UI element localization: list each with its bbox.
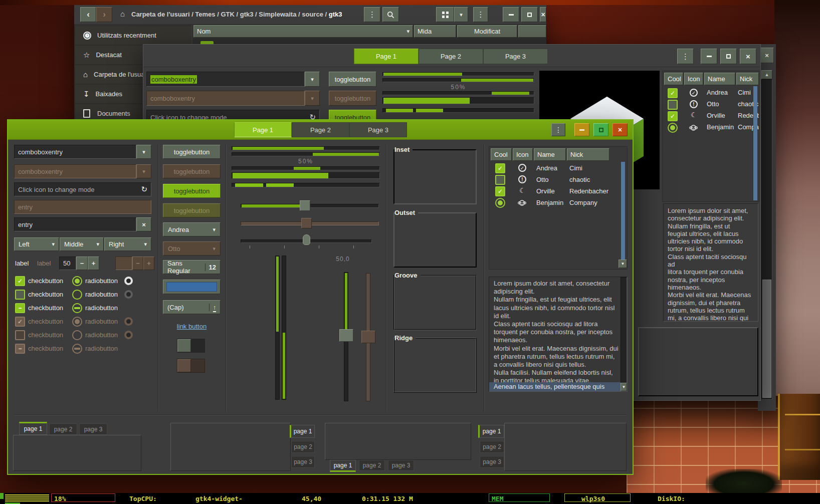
notebook4-tab-page2[interactable]: page 2 [480, 441, 504, 453]
gtk4-col-cool[interactable]: Cool [491, 148, 512, 161]
gtk4-link-button[interactable]: link button [163, 323, 221, 330]
radiobutton-selected[interactable] [72, 276, 82, 286]
gtk4-color-button[interactable] [163, 280, 221, 294]
gtk4-togglebutton-normal[interactable]: togglebutton [163, 145, 221, 159]
gtk4-entry[interactable]: entry [14, 217, 136, 231]
table-scrollbar[interactable] [621, 162, 625, 268]
gtk4-combo-middle[interactable]: Middle▾ [60, 237, 104, 251]
radiobutton-indeterminate[interactable] [72, 303, 82, 313]
minimize-button[interactable] [503, 7, 519, 22]
row-radio-selected[interactable] [668, 123, 678, 133]
gtk4-spin-minus[interactable]: − [76, 257, 88, 270]
row-radio-selected[interactable] [495, 198, 505, 208]
gtk4-menu-button[interactable]: ⋮ [551, 123, 565, 136]
forward-button[interactable]: › [96, 7, 112, 22]
gtk3-menu-button[interactable]: ⋮ [677, 49, 694, 64]
table-scroll-down-button[interactable]: ▼ [619, 260, 627, 268]
textview-scroll-down-button[interactable]: ▼ [621, 383, 627, 391]
gtk4-togglebutton-active[interactable]: togglebutton [163, 184, 221, 198]
gtk4-switch[interactable] [177, 339, 205, 353]
table-row[interactable]: ✓ ✓ Andrea Cimi [663, 88, 759, 99]
notebook3-tab-page2[interactable]: page 2 [359, 460, 385, 471]
gtk4-spin-value[interactable]: 50 [59, 257, 76, 270]
breadcrumb-path[interactable]: Carpeta de l'usuari / Temes / GTK / gtk3… [131, 11, 327, 18]
table-row[interactable]: ✓ ☾ Orville Redenbacher [663, 111, 759, 122]
gtk3-col-nick[interactable]: Nick [736, 73, 759, 85]
checkbutton-indeterminate[interactable]: − [15, 303, 25, 313]
gtk3-togglebutton-1[interactable]: togglebutton [329, 72, 376, 87]
gtk4-maximize-button[interactable] [593, 123, 608, 136]
gtk4-tab-page1[interactable]: Page 1 [234, 122, 292, 137]
table-row[interactable]: Benjamin Company [663, 122, 759, 133]
notebook1-tab-page2[interactable]: page 2 [49, 423, 77, 435]
sidebar-item-recent[interactable]: 🕑 Utilitzats recentment [75, 26, 191, 45]
gtk3-tab-page2[interactable]: Page 2 [419, 49, 483, 64]
sliver-close-button[interactable]: × [760, 48, 774, 63]
table-scrollbar[interactable] [753, 86, 757, 200]
scale-marks-handle[interactable] [303, 234, 310, 245]
gtk3-tab-page1[interactable]: Page 1 [354, 49, 419, 64]
gtk4-col-name[interactable]: Name [534, 148, 566, 161]
breadcrumb-current[interactable]: gtk3 [329, 11, 342, 18]
notebook4-tab-page1[interactable]: page 1 [478, 425, 504, 438]
row-checkbox-unchecked[interactable]: ✓ [668, 100, 678, 110]
column-header-name[interactable]: Nom ▾ [193, 25, 413, 38]
table-row[interactable]: Benjamin Company [489, 197, 628, 209]
row-checkbox-unchecked[interactable]: ✓ [495, 175, 505, 185]
sliver-scroll-up-button[interactable]: ▲ [761, 70, 772, 79]
column-header-size[interactable]: Mida [414, 25, 456, 38]
checkbutton-unchecked[interactable]: ✓ [15, 290, 25, 300]
row-checkbox-checked[interactable]: ✓ [495, 163, 505, 173]
breadcrumb[interactable]: Carpeta de l'usuari / Temes / GTK / gtk3… [131, 11, 342, 18]
gtk4-col-icon[interactable]: Icon [513, 148, 533, 161]
gtk4-combo-left[interactable]: Left▾ [14, 237, 59, 251]
gtk3-comboboxentry-arrow[interactable]: ▾ [305, 72, 320, 87]
notebook4-tab-page3[interactable]: page 3 [480, 456, 504, 468]
gtk4-tab-page3[interactable]: Page 3 [349, 122, 407, 137]
table-row[interactable]: ✓ ✓ Andrea Cimi [489, 163, 628, 174]
table-row[interactable]: ✓ ! Otto chaotic [663, 99, 759, 110]
gtk4-combo-right[interactable]: Right▾ [104, 237, 151, 251]
gtk4-textview[interactable]: Lorem ipsum dolor sit amet, consectetur … [489, 277, 628, 392]
gtk4-spin-plus[interactable]: + [88, 257, 99, 270]
view-grid-button[interactable] [436, 7, 454, 22]
gtk3-maximize-button[interactable] [720, 49, 737, 64]
gtk3-textview[interactable]: Lorem ipsum dolor sit amet, consectetur … [663, 203, 758, 322]
radio-indicator-off[interactable] [124, 290, 133, 299]
gtk4-name-combobox[interactable]: Andrea▾ [163, 222, 221, 236]
row-checkbox-checked[interactable]: ✓ [495, 186, 505, 196]
column-header-modified[interactable]: Modificat [457, 25, 517, 38]
more-menu-button[interactable]: ⋮ [473, 7, 488, 22]
gtk4-minimize-button[interactable] [574, 123, 589, 136]
gtk4-col-nick[interactable]: Nick [567, 148, 609, 161]
gtk3-tab-page3[interactable]: Page 3 [483, 49, 548, 64]
sliver-scrollbar-thumb[interactable] [762, 280, 771, 398]
vertical-scale-handle[interactable] [339, 329, 353, 342]
radio-indicator-on[interactable] [124, 277, 133, 285]
gtk3-close-button[interactable]: × [740, 49, 756, 64]
notebook3-tab-page3[interactable]: page 3 [388, 460, 414, 471]
gtk3-col-cool[interactable]: Cool [664, 73, 683, 85]
gtk4-file-chooser-button[interactable]: (Cap) ↑ [163, 300, 221, 314]
gtk3-col-name[interactable]: Name [704, 73, 735, 85]
gtk3-col-icon[interactable]: Icon [684, 73, 703, 85]
maximize-button[interactable] [521, 7, 538, 22]
gtk4-entry-clear-button[interactable]: × [136, 217, 151, 231]
row-checkbox-checked[interactable]: ✓ [668, 88, 678, 98]
radiobutton-unselected[interactable] [72, 290, 82, 300]
table-row[interactable]: ✓ ! Otto chaotic [489, 174, 628, 186]
notebook3-tab-page1[interactable]: page 1 [330, 460, 356, 472]
back-button[interactable]: ‹ [80, 7, 96, 22]
notebook1-tab-page3[interactable]: page 3 [79, 423, 107, 435]
textview-scrollbar[interactable] [621, 277, 627, 391]
gtk4-font-button[interactable]: Sans Regular 12 [163, 260, 221, 274]
gtk4-close-button[interactable]: × [612, 123, 628, 136]
gtk4-tab-page2[interactable]: Page 2 [292, 122, 349, 137]
notebook2-tab-page1[interactable]: page 1 [290, 425, 315, 438]
notebook2-tab-page2[interactable]: page 2 [291, 441, 315, 453]
search-button[interactable] [382, 7, 399, 22]
refresh-icon[interactable]: ↻ [141, 185, 147, 194]
notebook2-tab-page3[interactable]: page 3 [291, 456, 315, 468]
gtk4-icon-entry[interactable]: Click icon to change mode ↻ [14, 182, 151, 196]
gtk3-minimize-button[interactable] [701, 49, 717, 64]
